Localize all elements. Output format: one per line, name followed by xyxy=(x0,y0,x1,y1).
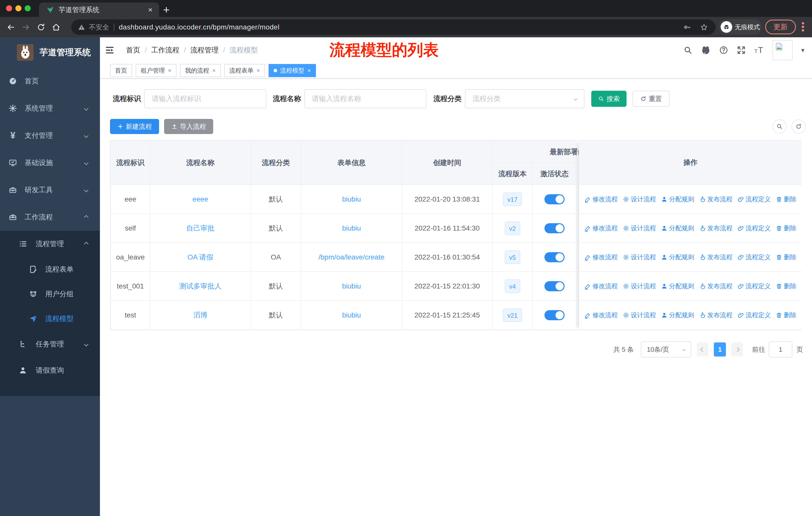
sidebar-item-task-management[interactable]: 任务管理 xyxy=(0,331,100,357)
close-icon[interactable]: × xyxy=(168,67,171,74)
definition-action-link[interactable]: 流程定义 xyxy=(737,195,771,203)
show-search-button[interactable] xyxy=(773,119,787,134)
page-size-select[interactable]: 10条/页 xyxy=(641,342,691,357)
form-info-link[interactable]: biubiu xyxy=(342,224,361,232)
delete-action-link[interactable]: 删除 xyxy=(776,224,796,232)
sidebar-item-home[interactable]: 首页 xyxy=(0,67,100,95)
filter-key-input[interactable] xyxy=(144,89,266,108)
assign-action-link[interactable]: 分配规则 xyxy=(661,311,694,319)
delete-action-link[interactable]: 删除 xyxy=(776,311,796,319)
refresh-table-button[interactable] xyxy=(792,119,806,134)
design-action-link[interactable]: 设计流程 xyxy=(623,195,656,203)
tag-home[interactable]: 首页 xyxy=(110,64,132,77)
sidebar-item-process-model[interactable]: 流程模型 xyxy=(0,306,100,331)
process-name-link[interactable]: 测试多审批人 xyxy=(179,282,222,290)
traffic-light-maximize[interactable] xyxy=(25,5,31,11)
tag-process-form[interactable]: 流程表单× xyxy=(224,64,265,77)
breadcrumb-workflow[interactable]: 工作流程 xyxy=(151,45,179,55)
prev-page-button[interactable] xyxy=(697,343,708,356)
publish-action-link[interactable]: 发布流程 xyxy=(699,311,732,319)
edit-action-link[interactable]: 修改流程 xyxy=(584,253,618,261)
publish-action-link[interactable]: 发布流程 xyxy=(699,195,732,203)
publish-action-link[interactable]: 发布流程 xyxy=(699,224,732,232)
publish-action-link[interactable]: 发布流程 xyxy=(699,282,732,290)
edit-action-link[interactable]: 修改流程 xyxy=(584,311,618,319)
filter-name-input[interactable] xyxy=(304,89,426,108)
traffic-light-minimize[interactable] xyxy=(16,5,21,11)
search-button[interactable]: 搜索 xyxy=(591,91,627,107)
delete-action-link[interactable]: 删除 xyxy=(776,195,796,203)
star-icon[interactable] xyxy=(700,23,708,31)
assign-action-link[interactable]: 分配规则 xyxy=(661,253,694,261)
sidebar-item-system[interactable]: 系统管理 xyxy=(0,95,100,122)
forward-button[interactable] xyxy=(22,23,30,31)
assign-action-link[interactable]: 分配规则 xyxy=(661,224,694,232)
active-toggle[interactable] xyxy=(545,281,564,291)
assign-action-link[interactable]: 分配规则 xyxy=(661,282,694,290)
design-action-link[interactable]: 设计流程 xyxy=(623,253,656,261)
avatar-caret-icon[interactable]: ▾ xyxy=(801,46,805,54)
definition-action-link[interactable]: 流程定义 xyxy=(737,224,771,232)
delete-action-link[interactable]: 删除 xyxy=(776,282,796,290)
sidebar-item-infrastructure[interactable]: 基础设施 xyxy=(0,149,100,176)
publish-action-link[interactable]: 发布流程 xyxy=(699,253,732,261)
github-icon[interactable] xyxy=(701,45,710,55)
edit-action-link[interactable]: 修改流程 xyxy=(584,224,618,232)
edit-action-link[interactable]: 修改流程 xyxy=(584,195,618,203)
form-info-link[interactable]: /bpm/oa/leave/create xyxy=(319,253,385,261)
close-icon[interactable]: × xyxy=(307,67,311,74)
search-icon[interactable] xyxy=(684,46,692,55)
security-label[interactable]: 不安全 xyxy=(89,23,109,32)
breadcrumb-process-management[interactable]: 流程管理 xyxy=(191,45,219,55)
form-info-link[interactable]: biubiu xyxy=(342,195,361,203)
sidebar-item-process-form[interactable]: 流程表单 xyxy=(0,257,100,282)
import-process-button[interactable]: 导入流程 xyxy=(164,119,213,134)
process-name-link[interactable]: OA 请假 xyxy=(187,253,213,261)
tag-tenant[interactable]: 租户管理× xyxy=(136,64,176,77)
sidebar-collapse-icon[interactable] xyxy=(105,45,115,55)
traffic-light-close[interactable] xyxy=(6,5,12,11)
form-info-link[interactable]: biubiu xyxy=(342,282,361,290)
tag-process-model[interactable]: 流程模型× xyxy=(268,64,316,77)
design-action-link[interactable]: 设计流程 xyxy=(623,224,656,232)
filter-category-select[interactable]: 流程分类 xyxy=(465,89,584,108)
help-icon[interactable] xyxy=(719,46,728,55)
definition-action-link[interactable]: 流程定义 xyxy=(737,282,771,290)
sidebar-item-process-management[interactable]: 流程管理 xyxy=(0,231,100,257)
form-info-link[interactable]: biubiu xyxy=(342,311,361,319)
back-button[interactable] xyxy=(6,23,15,31)
browser-menu-dots-icon[interactable]: ••• xyxy=(801,21,806,32)
browser-tab[interactable]: 芋道管理系统 × xyxy=(39,2,159,17)
active-toggle[interactable] xyxy=(545,310,564,320)
sidebar-item-devtools[interactable]: 研发工具 xyxy=(0,176,100,203)
edit-action-link[interactable]: 修改流程 xyxy=(584,282,618,290)
update-button[interactable]: 更新 xyxy=(765,20,796,34)
tag-my-process[interactable]: 我的流程× xyxy=(180,64,221,77)
assign-action-link[interactable]: 分配规则 xyxy=(661,195,694,203)
design-action-link[interactable]: 设计流程 xyxy=(623,311,656,319)
page-number-1[interactable]: 1 xyxy=(714,343,726,356)
process-name-link[interactable]: 滔博 xyxy=(193,311,207,319)
key-icon[interactable] xyxy=(683,23,691,31)
sidebar-item-leave-query[interactable]: 请假查询 xyxy=(0,357,100,383)
sidebar-item-user-group[interactable]: 用户分组 xyxy=(0,282,100,306)
next-page-button[interactable] xyxy=(731,343,743,356)
design-action-link[interactable]: 设计流程 xyxy=(623,282,656,290)
url-text[interactable]: dashboard.yudao.iocoder.cn/bpm/manager/m… xyxy=(119,23,280,31)
delete-action-link[interactable]: 删除 xyxy=(776,253,796,261)
new-tab-button[interactable]: + xyxy=(163,3,170,16)
sidebar-item-workflow[interactable]: 工作流程 xyxy=(0,203,100,231)
tab-close-icon[interactable]: × xyxy=(148,5,152,14)
close-icon[interactable]: × xyxy=(257,67,260,74)
fullscreen-icon[interactable] xyxy=(737,46,746,55)
goto-page-input[interactable] xyxy=(769,342,792,357)
reload-button[interactable] xyxy=(37,23,45,31)
active-toggle[interactable] xyxy=(545,223,564,233)
breadcrumb-home[interactable]: 首页 xyxy=(126,45,140,55)
font-size-icon[interactable]: TT xyxy=(754,45,764,55)
process-name-link[interactable]: eeee xyxy=(193,195,208,203)
active-toggle[interactable] xyxy=(545,194,564,204)
close-icon[interactable]: × xyxy=(212,67,216,74)
address-bar[interactable]: 不安全 dashboard.yudao.iocoder.cn/bpm/manag… xyxy=(71,19,716,35)
create-process-button[interactable]: 新建流程 xyxy=(110,119,159,134)
